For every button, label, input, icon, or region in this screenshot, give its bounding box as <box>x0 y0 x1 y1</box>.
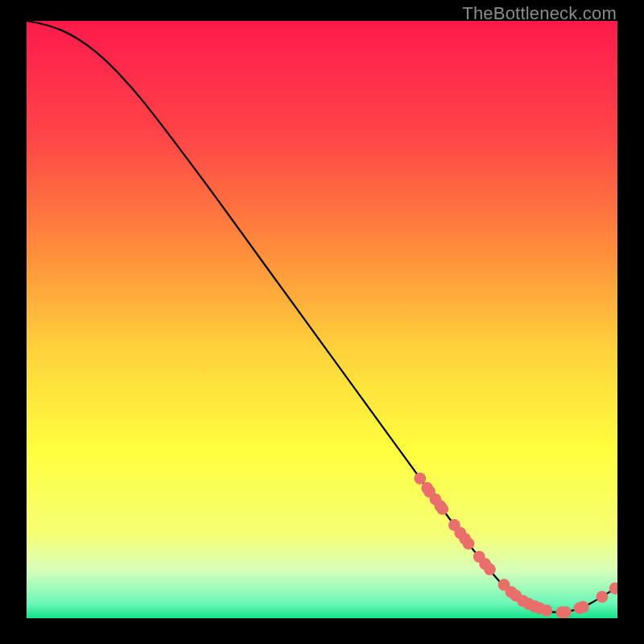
chart-svg <box>27 21 617 618</box>
data-marker <box>597 591 609 603</box>
data-marker <box>559 606 572 618</box>
data-marker <box>541 605 553 617</box>
plot-area <box>27 21 617 618</box>
data-marker <box>436 503 448 515</box>
data-marker <box>484 564 496 576</box>
data-marker <box>463 538 475 550</box>
data-marker <box>414 473 426 485</box>
gradient-background <box>27 21 617 618</box>
chart-stage: TheBottleneck.com <box>0 0 644 644</box>
data-marker <box>577 601 589 613</box>
